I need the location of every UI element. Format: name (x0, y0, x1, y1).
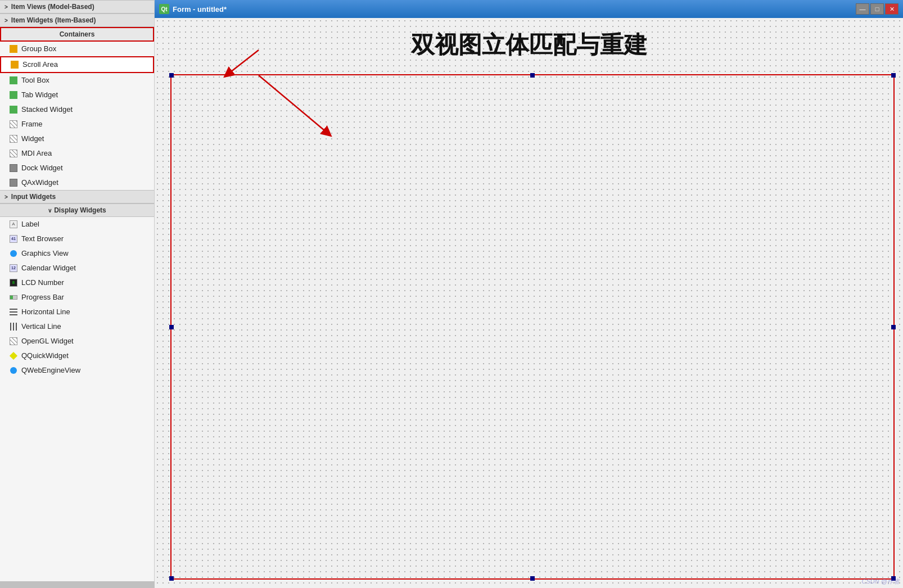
section-input-widgets[interactable]: > Input Widgets (0, 190, 154, 203)
chevron-item-widgets: > (4, 17, 8, 24)
qt-icon-label: Qt (161, 6, 167, 12)
tree-item-lcd-number[interactable]: 8 LCD Number (0, 275, 154, 290)
vertical-line-icon (9, 322, 18, 331)
label-label: Label (21, 219, 39, 230)
tree-item-tool-box[interactable]: Tool Box (0, 73, 154, 88)
lcd-number-icon: 8 (9, 278, 18, 287)
handle-mid-right[interactable] (891, 325, 896, 329)
right-area: Qt Form - untitled* — □ ✕ 双视图立体匹配与重建 (155, 0, 903, 588)
handle-bot-mid[interactable] (530, 576, 535, 581)
close-button[interactable]: ✕ (885, 3, 899, 15)
progress-bar-icon (9, 293, 18, 302)
opengl-widget-icon (9, 337, 18, 346)
handle-top-left[interactable] (169, 73, 174, 78)
tree-item-qwebengineview[interactable]: QWebEngineView (0, 363, 154, 378)
stacked-widget-label: Stacked Widget (21, 104, 73, 115)
handle-top-mid[interactable] (530, 73, 535, 78)
horizontal-line-label: Horizontal Line (21, 306, 70, 318)
tree-item-graphics-view[interactable]: Graphics View (0, 246, 154, 261)
calendar-widget-label: Calendar Widget (21, 263, 76, 274)
section-containers[interactable]: Containers (0, 27, 154, 42)
text-browser-icon: 41 (9, 234, 18, 243)
qwebengineview-icon (9, 366, 18, 375)
text-browser-label: Text Browser (21, 233, 64, 245)
tree-item-label[interactable]: A Label (0, 217, 154, 232)
widget-panel: > Item Views (Model-Based) > Item Widget… (0, 0, 155, 588)
opengl-widget-label: OpenGL Widget (21, 336, 74, 347)
section-display-widgets-label: Display Widgets (54, 206, 106, 214)
group-box-icon (9, 44, 18, 53)
scroll-area-label: Scroll Area (22, 59, 58, 70)
tree-item-scroll-area[interactable]: Scroll Area (0, 56, 154, 73)
maximize-button[interactable]: □ (870, 3, 884, 15)
chevron-input-widgets: > (4, 194, 8, 200)
graphics-view-label: Graphics View (21, 248, 69, 259)
watermark: CSDN @作者 (862, 577, 900, 586)
tree-item-frame[interactable]: Frame (0, 117, 154, 132)
qt-window: Qt Form - untitled* — □ ✕ 双视图立体匹配与重建 (155, 0, 903, 588)
stacked-widget-icon (9, 105, 18, 114)
tree-item-calendar-widget[interactable]: 12 Calendar Widget (0, 261, 154, 275)
qt-titlebar: Qt Form - untitled* — □ ✕ (155, 0, 903, 18)
widget-label: Widget (21, 133, 44, 144)
dock-widget-icon (9, 164, 18, 173)
horizontal-line-icon (9, 307, 18, 316)
section-item-widgets-label: Item Widgets (Item-Based) (11, 16, 96, 24)
tool-box-icon (9, 76, 18, 85)
tree-item-stacked-widget[interactable]: Stacked Widget (0, 102, 154, 117)
tree-item-qquickwidget[interactable]: QQuickWidget (0, 349, 154, 363)
form-title-label: 双视图立体匹配与重建 (411, 29, 647, 61)
scroll-area-widget[interactable] (170, 74, 895, 580)
tree-item-qaxwidget[interactable]: QAxWidget (0, 175, 154, 190)
vertical-line-label: Vertical Line (21, 321, 61, 332)
qaxwidget-label: QAxWidget (21, 177, 58, 188)
tree-item-tab-widget[interactable]: Tab Widget (0, 88, 154, 102)
dock-widget-label: Dock Widget (21, 162, 63, 174)
group-box-label: Group Box (21, 43, 56, 55)
graphics-view-icon (9, 249, 18, 258)
section-item-views[interactable]: > Item Views (Model-Based) (0, 0, 154, 13)
tree-item-dock-widget[interactable]: Dock Widget (0, 161, 154, 175)
qt-form-area: 双视图立体匹配与重建 (155, 18, 903, 588)
tab-widget-icon (9, 91, 18, 99)
qt-title-text: Form - untitled* (173, 5, 856, 13)
tree-item-widget[interactable]: Widget (0, 132, 154, 146)
widget-icon (9, 134, 18, 143)
svg-line-1 (228, 50, 259, 74)
qquickwidget-icon (9, 351, 18, 360)
form-canvas[interactable]: 双视图立体匹配与重建 (155, 18, 903, 588)
chevron-item-views: > (4, 4, 8, 10)
section-containers-label: Containers (60, 30, 95, 38)
tree-item-progress-bar[interactable]: Progress Bar (0, 290, 154, 305)
tree-item-text-browser[interactable]: 41 Text Browser (0, 232, 154, 246)
scroll-area-icon (10, 60, 19, 69)
tree-item-group-box[interactable]: Group Box (0, 42, 154, 56)
qt-window-controls: — □ ✕ (856, 3, 899, 15)
frame-icon (9, 120, 18, 129)
tool-box-label: Tool Box (21, 75, 49, 86)
left-panel-scrollbar[interactable] (0, 581, 155, 588)
lcd-number-label: LCD Number (21, 277, 64, 288)
section-display-widgets[interactable]: ∨ Display Widgets (0, 203, 154, 217)
minimize-button[interactable]: — (856, 3, 869, 15)
qt-icon: Qt (159, 4, 169, 14)
tab-widget-label: Tab Widget (21, 89, 58, 101)
qaxwidget-icon (9, 178, 18, 187)
tree-item-opengl-widget[interactable]: OpenGL Widget (0, 334, 154, 349)
section-item-views-label: Item Views (Model-Based) (11, 3, 94, 11)
qquickwidget-label: QQuickWidget (21, 350, 69, 361)
mdi-area-label: MDI Area (21, 148, 52, 159)
handle-bot-left[interactable] (169, 576, 174, 581)
tree-item-mdi-area[interactable]: MDI Area (0, 146, 154, 161)
section-input-widgets-label: Input Widgets (11, 193, 56, 201)
label-widget-icon: A (9, 220, 18, 229)
chevron-display-widgets: ∨ (48, 207, 52, 214)
tree-item-vertical-line[interactable]: Vertical Line (0, 319, 154, 334)
frame-label: Frame (21, 119, 43, 130)
progress-bar-label: Progress Bar (21, 292, 64, 303)
tree-item-horizontal-line[interactable]: Horizontal Line (0, 305, 154, 319)
handle-top-right[interactable] (891, 73, 896, 78)
mdi-area-icon (9, 149, 18, 158)
section-item-widgets[interactable]: > Item Widgets (Item-Based) (0, 13, 154, 27)
handle-mid-left[interactable] (169, 325, 174, 329)
